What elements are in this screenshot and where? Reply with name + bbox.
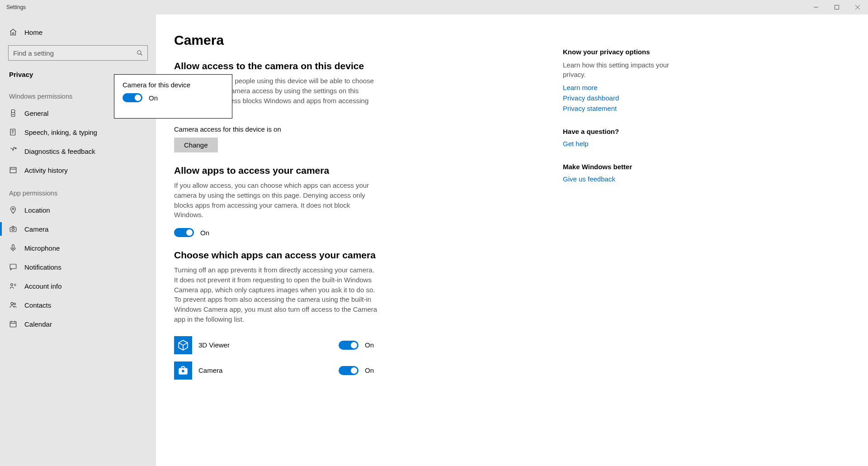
section-desc-apps-access: If you allow access, you can choose whic… — [174, 181, 377, 220]
privacy-dashboard-link[interactable]: Privacy dashboard — [563, 94, 730, 102]
speech-icon — [9, 128, 17, 136]
cube-app-icon — [174, 336, 192, 354]
camera-device-flyout: Camera for this device On — [114, 74, 232, 119]
svg-rect-21 — [12, 245, 14, 249]
svg-point-35 — [181, 369, 185, 373]
sidebar-item-label: Contacts — [24, 301, 51, 309]
notifications-icon — [9, 263, 17, 271]
sidebar-item-label: Notifications — [24, 263, 61, 271]
feedback-head: Make Windows better — [563, 163, 730, 171]
home-nav[interactable]: Home — [0, 24, 156, 41]
sidebar-item-diagnostics[interactable]: Diagnostics & feedback — [0, 142, 156, 161]
apps-access-toggle-label: On — [200, 229, 209, 237]
window-title: Settings — [6, 4, 26, 10]
main-area: Camera Allow access to the camera on thi… — [156, 14, 868, 466]
svg-point-18 — [12, 208, 14, 210]
sidebar-item-microphone[interactable]: Microphone — [0, 238, 156, 257]
sidebar-item-camera[interactable]: Camera — [0, 219, 156, 238]
search-input[interactable] — [13, 49, 137, 57]
sidebar-group-head: App permissions — [0, 180, 156, 200]
learn-more-link[interactable]: Learn more — [563, 84, 730, 91]
app-toggle[interactable] — [339, 341, 359, 350]
account-info-icon — [9, 282, 17, 290]
sidebar-item-location[interactable]: Location — [0, 200, 156, 219]
app-row: 3D ViewerOn — [174, 333, 545, 358]
section-title-apps-access: Allow apps to access your camera — [174, 165, 545, 176]
page-title: Camera — [174, 33, 545, 48]
sidebar-item-label: Diagnostics & feedback — [24, 147, 95, 155]
device-access-status: Camera access for this device is on — [174, 125, 545, 133]
app-toggle-label: On — [365, 341, 374, 349]
sidebar-item-notifications[interactable]: Notifications — [0, 257, 156, 276]
apps-access-toggle-row: On — [174, 228, 545, 237]
search-wrap — [0, 41, 156, 64]
general-icon — [9, 109, 17, 117]
sidebar-item-label: Microphone — [24, 244, 60, 252]
svg-rect-9 — [10, 129, 15, 135]
privacy-options-head: Know your privacy options — [563, 48, 730, 56]
app-list: 3D ViewerOnCameraOn — [174, 333, 545, 383]
contacts-icon — [9, 301, 17, 309]
sidebar-item-speech[interactable]: Speech, inking, & typing — [0, 123, 156, 142]
apps-access-toggle[interactable] — [174, 228, 194, 237]
window-controls — [806, 0, 868, 14]
sidebar-item-label: Camera — [24, 225, 48, 233]
diagnostics-icon — [9, 147, 17, 155]
question-head: Have a question? — [563, 128, 730, 135]
sidebar-item-label: Calendar — [24, 320, 52, 328]
app-toggle-wrap: On — [339, 366, 374, 375]
svg-point-24 — [11, 284, 13, 286]
give-feedback-link[interactable]: Give us feedback — [563, 175, 730, 183]
section-title-device-access: Allow access to the camera on this devic… — [174, 61, 545, 71]
flyout-toggle-label: On — [149, 94, 158, 102]
flyout-title: Camera for this device — [123, 81, 224, 89]
svg-rect-29 — [10, 322, 16, 327]
location-icon — [9, 206, 17, 214]
camera-icon — [9, 225, 17, 233]
app-name: 3D Viewer — [198, 341, 334, 349]
app-row: CameraOn — [174, 358, 545, 383]
activity-icon — [9, 166, 17, 174]
app-toggle[interactable] — [339, 366, 359, 375]
sidebar-item-label: Activity history — [24, 166, 68, 174]
svg-line-5 — [141, 54, 142, 56]
app-name: Camera — [198, 366, 334, 374]
get-help-link[interactable]: Get help — [563, 140, 730, 147]
sidebar-item-activity[interactable]: Activity history — [0, 161, 156, 180]
svg-rect-23 — [10, 264, 16, 269]
flyout-toggle[interactable] — [123, 93, 142, 102]
svg-point-28 — [14, 303, 16, 305]
section-desc-choose-apps: Turning off an app prevents it from dire… — [174, 265, 377, 324]
right-column: Know your privacy options Learn how this… — [563, 14, 744, 466]
search-box[interactable] — [8, 45, 148, 61]
svg-point-20 — [12, 228, 14, 230]
home-label: Home — [24, 29, 42, 36]
svg-rect-6 — [11, 110, 15, 113]
svg-rect-7 — [11, 113, 15, 117]
sidebar-item-label: Speech, inking, & typing — [24, 128, 97, 136]
flyout-toggle-row: On — [123, 93, 224, 102]
section-title-choose-apps: Choose which apps can access your camera — [174, 250, 545, 261]
settings-window: Settings Home — [0, 0, 868, 466]
svg-point-27 — [11, 302, 13, 304]
minimize-button[interactable] — [806, 0, 826, 14]
question-block: Have a question? Get help — [563, 128, 730, 147]
svg-point-8 — [13, 114, 14, 115]
sidebar-item-calendar[interactable]: Calendar — [0, 314, 156, 333]
close-button[interactable] — [847, 0, 868, 14]
svg-rect-14 — [10, 167, 16, 173]
privacy-options-block: Know your privacy options Learn how this… — [563, 48, 730, 112]
feedback-block: Make Windows better Give us feedback — [563, 163, 730, 183]
sidebar-item-account-info[interactable]: Account info — [0, 276, 156, 295]
maximize-button[interactable] — [826, 0, 847, 14]
change-button[interactable]: Change — [174, 138, 218, 152]
sidebar-item-contacts[interactable]: Contacts — [0, 295, 156, 314]
sidebar-item-label: General — [24, 109, 48, 117]
sidebar-item-label: Account info — [24, 282, 62, 290]
search-icon — [137, 50, 143, 56]
titlebar: Settings — [0, 0, 868, 14]
privacy-statement-link[interactable]: Privacy statement — [563, 105, 730, 112]
svg-rect-1 — [835, 5, 839, 10]
privacy-options-text: Learn how this setting impacts your priv… — [563, 60, 671, 79]
calendar-icon — [9, 320, 17, 328]
